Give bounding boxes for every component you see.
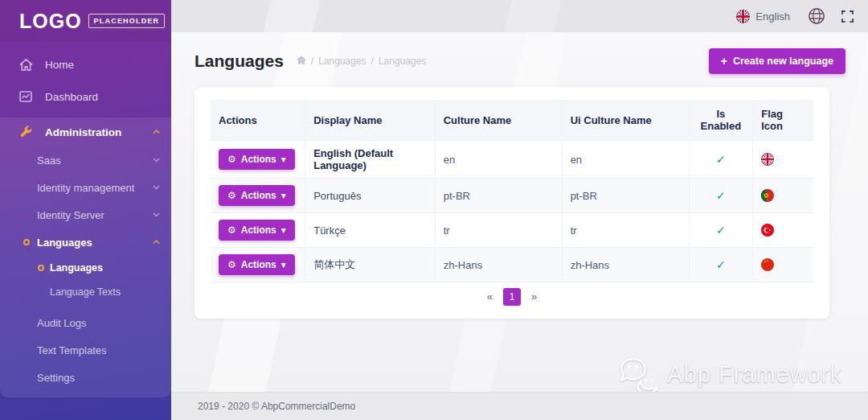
column-header-flag-icon[interactable]: Flag Icon xyxy=(753,100,813,141)
sidebar-item-identity-management[interactable]: Identity management xyxy=(0,174,171,201)
table-header-row: Actions Display Name Culture Name Ui Cul… xyxy=(211,100,813,141)
copyright-text: 2019 - 2020 © AbpCommercialDemo xyxy=(198,401,355,412)
pagination-page-1[interactable]: 1 xyxy=(503,288,521,306)
chevron-down-icon xyxy=(153,212,160,217)
plus-icon: + xyxy=(721,55,727,68)
sidebar-item-label: Text Templates xyxy=(37,344,106,356)
cell-flag xyxy=(753,179,813,213)
pagination-next-button[interactable]: » xyxy=(528,290,540,303)
caret-down-icon: ▾ xyxy=(281,190,286,201)
actions-dropdown-button[interactable]: ⚙ Actions ▾ xyxy=(219,254,295,275)
sidebar-item-saas[interactable]: Saas xyxy=(0,146,171,174)
sidebar-nav: Home Dashboard Administration xyxy=(0,42,171,397)
create-button-label: Create new language xyxy=(733,56,833,67)
page-head: Languages / Languages / Languages + Crea… xyxy=(171,32,868,82)
cell-culture-name: zh-Hans xyxy=(435,248,562,282)
sidebar-item-dashboard[interactable]: Dashboard xyxy=(0,80,171,113)
sidebar-item-label: Saas xyxy=(37,154,61,167)
sidebar-item-label: Settings xyxy=(37,372,75,384)
create-new-language-button[interactable]: + Create new language xyxy=(709,48,845,74)
column-header-culture-name[interactable]: Culture Name xyxy=(435,100,562,141)
cell-actions: ⚙ Actions ▾ xyxy=(211,248,305,282)
breadcrumb-item[interactable]: Languages xyxy=(379,56,426,67)
breadcrumb: / Languages / Languages xyxy=(297,56,426,67)
cell-display-name: Português xyxy=(305,179,436,213)
enabled-check-icon: ✓ xyxy=(689,248,753,282)
page-title: Languages xyxy=(194,51,284,71)
cell-flag xyxy=(753,213,813,248)
pagination-prev-button[interactable]: « xyxy=(484,290,496,303)
logo-bar: LOGO PLACEHOLDER xyxy=(0,0,171,42)
gear-icon: ⚙ xyxy=(227,224,236,236)
globe-icon[interactable] xyxy=(808,7,825,25)
cell-display-name: 简体中文 xyxy=(305,248,436,282)
flag-china-icon xyxy=(761,258,774,271)
dashboard-chart-icon xyxy=(19,91,35,102)
caret-down-icon: ▾ xyxy=(281,154,286,165)
chat-bubbles-icon xyxy=(617,356,662,392)
actions-button-label: Actions xyxy=(241,190,276,201)
main-area: English Languages / Languages xyxy=(171,0,868,420)
caret-down-icon: ▾ xyxy=(281,224,286,236)
breadcrumb-home-icon[interactable] xyxy=(297,56,306,67)
active-bullet-icon xyxy=(38,265,44,271)
sidebar-item-label: Identity Server xyxy=(37,209,104,221)
watermark: Abp Framework xyxy=(617,356,842,392)
table-row: ⚙ Actions ▾ Türkçe tr tr ✓ xyxy=(211,213,813,248)
column-header-display-name[interactable]: Display Name xyxy=(305,100,436,141)
breadcrumb-item[interactable]: Languages xyxy=(318,56,366,67)
cell-flag xyxy=(753,248,813,282)
actions-button-label: Actions xyxy=(241,259,276,270)
flag-united-kingdom-icon xyxy=(761,153,774,166)
gear-icon: ⚙ xyxy=(227,154,236,165)
column-header-actions[interactable]: Actions xyxy=(211,100,305,141)
sidebar-item-administration[interactable]: Administration xyxy=(0,117,171,146)
flag-turkey-icon xyxy=(761,224,774,237)
sidebar-item-label: Audit Logs xyxy=(37,317,86,329)
sidebar-item-settings[interactable]: Settings xyxy=(0,364,171,391)
logo-text[interactable]: LOGO xyxy=(19,10,82,33)
fullscreen-icon[interactable] xyxy=(841,10,854,23)
pagination: «1» xyxy=(211,282,813,311)
cell-display-name: Türkçe xyxy=(305,213,436,248)
gear-icon: ⚙ xyxy=(227,259,236,270)
sidebar-item-audit-logs[interactable]: Audit Logs xyxy=(0,309,171,336)
app-window: LOGO PLACEHOLDER Home Dashboard xyxy=(0,0,868,420)
cell-actions: ⚙ Actions ▾ xyxy=(211,141,305,179)
sidebar-item-text-templates[interactable]: Text Templates xyxy=(0,336,171,364)
cell-actions: ⚙ Actions ▾ xyxy=(211,179,305,213)
sidebar-item-label: Administration xyxy=(45,126,121,138)
enabled-check-icon: ✓ xyxy=(689,141,753,179)
breadcrumb-separator: / xyxy=(371,56,374,67)
top-header-bar: English xyxy=(171,0,868,32)
actions-dropdown-button[interactable]: ⚙ Actions ▾ xyxy=(219,220,295,241)
sidebar-item-identity-server[interactable]: Identity Server xyxy=(0,201,171,229)
table-row: ⚙ Actions ▾ Português pt-BR pt-BR ✓ xyxy=(211,179,813,213)
actions-dropdown-button[interactable]: ⚙ Actions ▾ xyxy=(219,185,295,206)
decorative-streak xyxy=(500,0,566,32)
cell-ui-culture-name: pt-BR xyxy=(562,179,689,213)
actions-dropdown-button[interactable]: ⚙ Actions ▾ xyxy=(219,149,295,170)
languages-table: Actions Display Name Culture Name Ui Cul… xyxy=(211,100,813,282)
caret-down-icon: ▾ xyxy=(281,259,286,270)
cell-ui-culture-name: tr xyxy=(562,213,689,248)
flag-portugal-icon xyxy=(761,189,774,202)
footer: 2019 - 2020 © AbpCommercialDemo xyxy=(171,392,868,420)
administration-menu-group: Administration Saas Identity management xyxy=(0,117,171,397)
sidebar-item-home[interactable]: Home xyxy=(0,48,171,80)
chevron-up-icon xyxy=(153,130,160,134)
cell-flag xyxy=(753,141,813,179)
sidebar-item-label: Languages xyxy=(50,262,103,274)
sidebar-item-language-texts[interactable]: Language Texts xyxy=(0,280,171,304)
language-selector[interactable]: English xyxy=(736,10,790,23)
sidebar-item-languages[interactable]: Languages xyxy=(0,229,171,256)
sidebar-item-label: Identity management xyxy=(37,182,134,194)
breadcrumb-separator: / xyxy=(311,56,313,67)
column-header-ui-culture-name[interactable]: Ui Culture Name xyxy=(562,100,689,141)
enabled-check-icon: ✓ xyxy=(689,179,753,213)
languages-table-card: Actions Display Name Culture Name Ui Cul… xyxy=(194,87,829,319)
cell-ui-culture-name: zh-Hans xyxy=(562,248,689,282)
sidebar-item-languages-languages[interactable]: Languages xyxy=(0,256,171,280)
column-header-is-enabled[interactable]: Is Enabled xyxy=(689,100,753,141)
table-row: ⚙ Actions ▾ 简体中文 zh-Hans zh-Hans ✓ xyxy=(211,248,813,282)
